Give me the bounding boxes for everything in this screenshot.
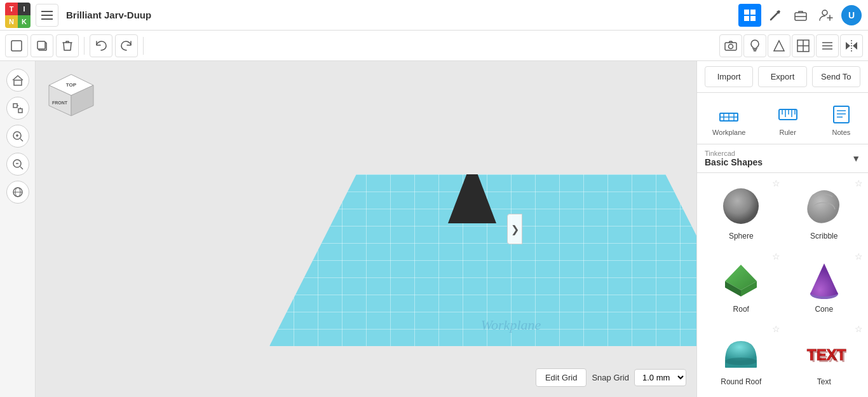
undo-button[interactable]: [90, 34, 112, 57]
svg-point-17: [729, 44, 733, 48]
roof-star[interactable]: ☆: [772, 251, 780, 261]
topbar-right: U: [738, 4, 863, 27]
shape-category-selector[interactable]: Tinkercad Basic Shapes ▼: [697, 144, 868, 173]
cone-object[interactable]: [448, 174, 496, 223]
workplane-icon: [717, 103, 740, 126]
shapes-grid: ☆ Sphere: [697, 173, 868, 397]
mirror-button[interactable]: [840, 34, 863, 57]
svg-text:TOP: TOP: [66, 82, 77, 88]
pickaxe-button[interactable]: [764, 4, 787, 27]
send-to-button[interactable]: Send To: [812, 66, 860, 87]
grid-surface: Workplane: [269, 174, 696, 346]
main-area: TOP FRONT Workplane Edi: [0, 61, 868, 397]
grid-button[interactable]: [792, 34, 815, 57]
view-toolbar-icons: [719, 34, 863, 57]
scribble-icon: [799, 181, 850, 232]
shape-item-round-roof[interactable]: ☆ Round Ro: [700, 321, 783, 394]
category-prefix: Tinkercad: [705, 150, 849, 157]
round-roof-star[interactable]: ☆: [772, 324, 780, 334]
category-dropdown-arrow[interactable]: ▼: [851, 153, 860, 164]
scribble-label: Scribble: [810, 232, 837, 240]
add-user-button[interactable]: [815, 4, 837, 27]
panel-tools: Workplane Ruler: [697, 93, 868, 144]
notes-tool[interactable]: Notes: [825, 101, 858, 139]
svg-rect-15: [37, 41, 45, 49]
ruler-tool[interactable]: Ruler: [771, 101, 804, 139]
scroll-right-arrow[interactable]: ❯: [507, 214, 522, 244]
snap-grid-label: Snap Grid: [592, 373, 629, 382]
svg-rect-6: [750, 16, 756, 21]
svg-rect-32: [18, 109, 22, 113]
delete-button[interactable]: [56, 34, 79, 57]
zoom-out-button[interactable]: [6, 153, 29, 176]
notes-label: Notes: [832, 129, 851, 136]
scribble-star[interactable]: ☆: [855, 178, 863, 188]
sphere-star[interactable]: ☆: [772, 178, 780, 188]
ruler-icon: [776, 103, 799, 126]
new-button[interactable]: [5, 34, 28, 57]
logo-n: N: [5, 15, 18, 28]
svg-rect-30: [14, 80, 22, 85]
snap-grid-select[interactable]: 1.0 mm 0.5 mm 2.0 mm: [634, 369, 686, 386]
logo-i: I: [18, 3, 31, 15]
toolbar: [0, 31, 868, 61]
zoom-in-button[interactable]: [6, 125, 29, 148]
document-title: Brilliant Jarv-Duup: [66, 10, 151, 20]
camera-view-button[interactable]: [719, 34, 742, 57]
topbar: T I N K Brilliant Jarv-Duup: [0, 0, 868, 31]
toolbar-separator-2: [143, 37, 144, 55]
logo-t: T: [5, 3, 18, 15]
workplane-tool[interactable]: Workplane: [707, 101, 750, 139]
right-panel: Import Export Send To Workplane: [696, 61, 868, 397]
svg-rect-1: [41, 15, 53, 16]
tinkercad-logo[interactable]: T I N K: [5, 3, 31, 28]
svg-rect-55: [779, 109, 797, 120]
home-button[interactable]: [6, 69, 29, 92]
svg-point-71: [725, 358, 757, 365]
svg-rect-31: [13, 104, 17, 108]
3d-view-button[interactable]: [6, 181, 29, 204]
svg-point-65: [723, 188, 759, 224]
sphere-label: Sphere: [729, 232, 754, 240]
shape-item-roof[interactable]: ☆ Roof: [700, 249, 783, 322]
bulb-button[interactable]: [743, 34, 766, 57]
view-cube[interactable]: TOP FRONT: [46, 71, 97, 122]
profile-button[interactable]: U: [840, 4, 863, 27]
shape-button[interactable]: [768, 34, 790, 57]
copy-button[interactable]: [31, 34, 53, 57]
svg-marker-20: [774, 41, 784, 51]
cone-star[interactable]: ☆: [855, 251, 863, 261]
svg-line-7: [771, 13, 778, 20]
menu-button[interactable]: [36, 4, 58, 27]
shape-item-cone[interactable]: ☆ Cone: [783, 249, 866, 322]
cone-label: Cone: [815, 305, 833, 314]
shape-item-text[interactable]: ☆ TEXT TEXT Text: [783, 321, 866, 394]
svg-point-10: [822, 10, 827, 15]
shape-item-scribble[interactable]: ☆ Scribble: [783, 176, 866, 249]
workplane-label: Workplane: [712, 129, 745, 136]
svg-rect-4: [750, 10, 756, 15]
svg-rect-0: [41, 11, 53, 12]
notes-icon: [830, 103, 853, 126]
ruler-label: Ruler: [780, 129, 796, 136]
shape-item-sphere[interactable]: ☆ Sphere: [700, 176, 783, 249]
viewport[interactable]: TOP FRONT Workplane Edi: [36, 61, 696, 397]
import-button[interactable]: Import: [705, 66, 753, 87]
svg-text:FRONT: FRONT: [52, 101, 68, 105]
svg-rect-3: [744, 10, 749, 15]
svg-text:TEXT: TEXT: [809, 348, 846, 365]
category-name: Basic Shapes: [705, 157, 849, 167]
text-label: Text: [817, 377, 831, 386]
align-button[interactable]: [816, 34, 839, 57]
grid-view-button[interactable]: [738, 4, 761, 27]
text-shape-icon: TEXT TEXT: [799, 326, 850, 377]
export-button[interactable]: Export: [758, 66, 806, 87]
panel-actions: Import Export Send To: [697, 61, 868, 93]
roof-label: Roof: [733, 305, 749, 314]
redo-button[interactable]: [115, 34, 138, 57]
briefcase-button[interactable]: [789, 4, 812, 27]
edit-grid-button[interactable]: Edit Grid: [536, 368, 587, 387]
text-star[interactable]: ☆: [855, 324, 863, 334]
svg-line-38: [20, 139, 23, 141]
fit-button[interactable]: [6, 97, 29, 120]
